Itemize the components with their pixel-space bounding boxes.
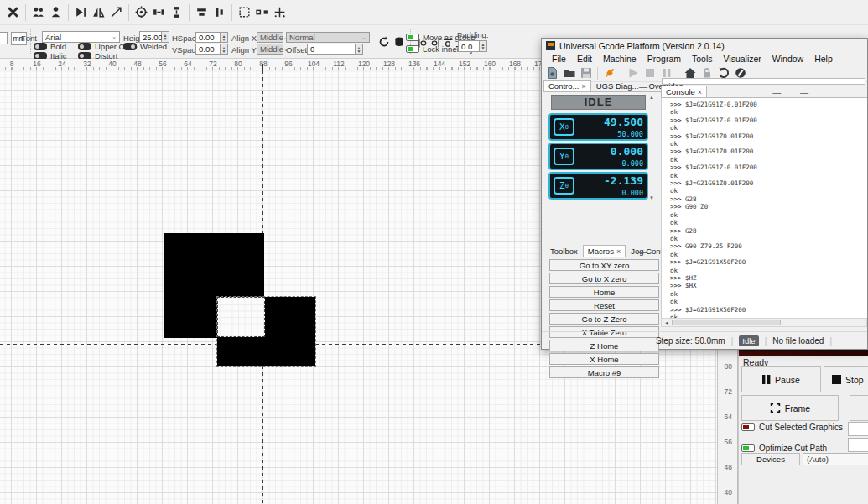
console-line: >>> $J=G21G91Z-0.01F200 (670, 101, 867, 108)
welded-toggle[interactable]: Welded (123, 42, 167, 51)
open-folder-icon[interactable] (562, 66, 576, 81)
weld-cylinder-icon[interactable] (392, 34, 406, 49)
group-objects-icon[interactable] (30, 4, 46, 20)
play-icon[interactable] (626, 66, 640, 81)
vspace-field[interactable]: 0.00 (195, 44, 221, 55)
optimize-cut-path-toggle[interactable]: Optimize Cut Path (741, 444, 827, 453)
console-output[interactable]: >>> $J=G21G91Z-0.01F200ok>>> $J=G21G91Z-… (661, 98, 867, 318)
padding-field[interactable]: 0.0 (458, 40, 480, 52)
macro-button[interactable]: X Home (549, 353, 659, 365)
save-icon[interactable] (579, 66, 593, 81)
macro-button[interactable]: Go to Z Zero (549, 313, 659, 325)
menu-item[interactable]: Help (809, 54, 838, 64)
weld-mode-combo[interactable]: Normal⌄ (286, 32, 370, 43)
scroll-left-icon[interactable]: ◂ (663, 319, 671, 326)
console-line: ok (670, 251, 867, 258)
ugs-titlebar[interactable]: Universal Gcode Platform (Version 2.0.14… (542, 39, 867, 53)
axis-zero-button[interactable]: Y0 (554, 148, 574, 165)
tab-console[interactable]: Console× (661, 86, 707, 97)
skew-icon[interactable] (108, 4, 124, 20)
console-h-scrollbar[interactable]: ◂ (661, 318, 867, 327)
axis-zero-button[interactable]: Z0 (554, 177, 574, 195)
menu-item[interactable]: File (547, 54, 571, 64)
pause-icon (762, 375, 771, 384)
machine-position: 0.000 (621, 159, 643, 168)
tab-ugs-diagnostics[interactable]: UGS Diag... (591, 80, 644, 91)
units-combo-partial[interactable] (0, 32, 8, 44)
cut-off-field-1[interactable] (848, 422, 868, 436)
macro-button[interactable]: Home (549, 286, 659, 298)
align-y-combo[interactable]: Middle⌄ (257, 44, 283, 55)
align-x-combo[interactable]: Middle⌄ (257, 32, 283, 43)
minimize-dock-icon[interactable]: — (639, 247, 656, 257)
menu-item[interactable]: Program (642, 54, 686, 64)
macro-button[interactable]: Go to X zero (549, 273, 659, 284)
mirror-icon[interactable] (91, 4, 107, 20)
macros-tabs: Toolbox Macros× Jog Contr... — (545, 247, 661, 257)
height-stepper[interactable]: ▲▼ (162, 31, 169, 43)
align-y-label: Align Y (231, 45, 257, 55)
bold-toggle[interactable]: Bold (34, 42, 66, 51)
menu-item[interactable]: Visualizer (719, 54, 767, 64)
macro-button[interactable]: Macro #9 (549, 366, 659, 378)
menu-item[interactable]: Edit (572, 54, 597, 64)
devices-button[interactable]: Devices (741, 453, 800, 465)
cut-off-field-2[interactable] (848, 438, 868, 452)
padding-label: Padding: (457, 30, 489, 39)
selected-cutout-shape[interactable] (217, 297, 265, 337)
step-size-label: Step size: 50.0mm (656, 336, 725, 346)
snap-origin-icon[interactable] (272, 4, 288, 20)
console-line: >>> $J=G21G91Z0.01F200 (670, 179, 867, 187)
menu-item[interactable]: Tools (687, 54, 718, 64)
tab-toolbox[interactable]: Toolbox (545, 245, 583, 257)
frame-button[interactable]: Frame (741, 395, 839, 421)
tools-icon[interactable] (5, 4, 21, 20)
offset-stepper[interactable]: ▲▼ (356, 44, 363, 55)
height-field[interactable]: 25.00 (139, 31, 162, 43)
connect-icon[interactable] (602, 66, 616, 81)
pause-button[interactable]: Pause (741, 366, 821, 392)
menu-item[interactable]: Machine (598, 54, 642, 64)
command-input[interactable] (662, 78, 865, 85)
minimize-console-icons[interactable]: — — (772, 88, 817, 97)
align-center-v-icon[interactable] (211, 4, 227, 20)
distribute-v-icon[interactable] (169, 4, 185, 20)
padding-stepper[interactable]: ▲▼ (480, 40, 487, 52)
tab-controller-state[interactable]: Contro...× (543, 80, 591, 91)
align-center-h-icon[interactable] (194, 4, 210, 20)
rotate-icon[interactable] (377, 34, 391, 49)
macro-button[interactable]: Go to XY zero (549, 259, 659, 271)
menu-item[interactable]: Window (767, 54, 808, 64)
macro-button[interactable]: Reset (549, 299, 659, 311)
outline-selection-icon[interactable] (236, 4, 252, 20)
controller-dock: Contro...× UGS Diag... Overrides — IDLE … (543, 81, 661, 333)
machine-position: 50.000 (617, 130, 643, 138)
dro-axis-row[interactable]: Z0 -2.139 0.000 (548, 172, 648, 200)
dro-axis-row[interactable]: X0 49.500 50.000 (548, 113, 648, 141)
hspace-field[interactable]: 0.00 (195, 32, 221, 43)
ugs-statusbar: Step size: 50.0mm | Idle | No file loade… (542, 331, 867, 349)
hspace-stepper[interactable]: ▲▼ (221, 32, 228, 43)
center-target-icon[interactable] (133, 4, 149, 20)
axis-zero-button[interactable]: X0 (554, 118, 574, 136)
tab-macros[interactable]: Macros× (583, 245, 626, 257)
font-combo[interactable]: Arial⌄ (42, 31, 120, 43)
new-file-icon[interactable] (545, 66, 559, 81)
send-to-machine-icon[interactable] (73, 4, 89, 20)
offset-field[interactable]: 0 (307, 44, 356, 55)
minimize-dock-icon[interactable]: — (639, 82, 656, 91)
stop-button[interactable]: Stop (824, 366, 868, 392)
program-stop-icon[interactable] (642, 66, 657, 81)
cut-selected-toggle[interactable]: Cut Selected Graphics (741, 423, 843, 432)
console-line: >>> $J=G21G91X50F200 (670, 258, 867, 266)
distribute-h-icon[interactable] (151, 4, 167, 20)
dro-scrollbar[interactable]: ▲▼ (649, 95, 657, 200)
ungroup-object-icon[interactable] (48, 4, 64, 20)
cut-off-button[interactable] (850, 395, 868, 421)
vspace-stepper[interactable]: ▲▼ (221, 44, 228, 55)
work-position: 0.000 (611, 145, 643, 158)
device-select[interactable]: (Auto) (803, 453, 868, 465)
node-edit-icon[interactable] (254, 4, 270, 20)
dro-axis-row[interactable]: Y0 0.000 0.000 (548, 143, 648, 170)
scrollbar-thumb[interactable] (672, 320, 781, 325)
